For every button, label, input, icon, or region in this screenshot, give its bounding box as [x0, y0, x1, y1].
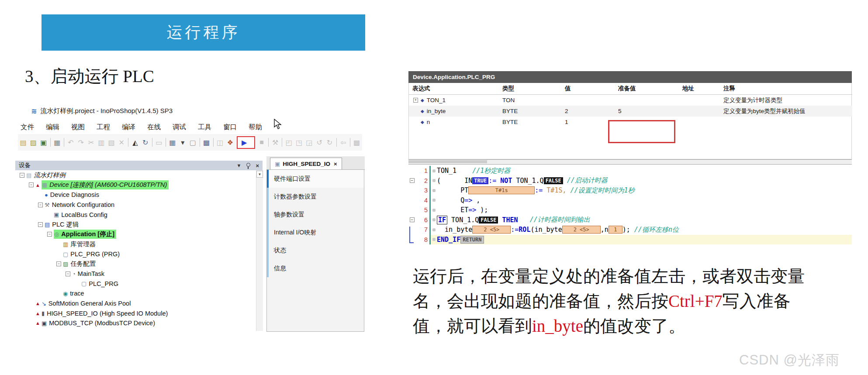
watch-horizontal-scrollbar[interactable]	[408, 159, 852, 165]
toolbar-force-values-icon[interactable]: ⚒	[272, 138, 279, 147]
toolbar-reset-cold-icon[interactable]: ↻	[326, 138, 333, 147]
toolbar-save-icon[interactable]: ▣	[40, 138, 47, 147]
tree-item[interactable]: −⚒Network Configuration	[15, 200, 256, 210]
panel-close-icon[interactable]: ×	[256, 162, 259, 169]
toolbar-open-icon[interactable]: ▨	[30, 138, 37, 147]
code-line[interactable]: 5 ET=> );	[408, 205, 852, 215]
toolbar-paste-icon[interactable]: ▧	[108, 138, 115, 147]
watch-prepared-value-cell[interactable]	[615, 117, 679, 127]
tree-item[interactable]: ▲↘SoftMotion General Axis Pool	[15, 299, 256, 309]
tree-expand-icon[interactable]: −	[38, 222, 43, 227]
toolbar-export-icon[interactable]: ▭	[156, 138, 163, 147]
toolbar-boot-application-icon[interactable]: ▩	[203, 138, 210, 147]
tree-item[interactable]: −▲▦Device [连接的] (AM600-CPU1608TP/TN)	[15, 180, 256, 190]
code-token: T#1S,	[546, 186, 566, 194]
tree-item[interactable]: ▲▣MODBUS_TCP (ModbusTCP Device)	[15, 318, 256, 328]
toolbar-replace-icon[interactable]: ↻	[142, 138, 149, 147]
panel-pin-icon[interactable]	[246, 163, 250, 167]
scrollbar-thumb[interactable]	[408, 160, 487, 163]
tree-item[interactable]: ▢PLC_PRG	[15, 279, 256, 289]
watch-expression-cell[interactable]: +◆TON_1	[409, 95, 499, 106]
settings-item[interactable]: Internal I/O映射	[267, 224, 364, 241]
toolbar-redo-icon[interactable]: ↷	[77, 138, 84, 147]
toolbar-new-icon[interactable]: ▤	[20, 138, 27, 147]
menu-item-工具[interactable]: 工具	[198, 123, 211, 132]
toolbar-cut-icon[interactable]: ✂	[87, 138, 94, 147]
scrollbar-dropdown-icon[interactable]: ▼	[256, 171, 263, 178]
code-line[interactable]: 4 Q=> ,	[408, 196, 852, 206]
watch-prepared-value-cell[interactable]	[615, 95, 679, 106]
tree-expand-icon[interactable]: −	[29, 182, 34, 187]
toolbar-copy-icon[interactable]: ▥	[98, 138, 105, 147]
watch-prepared-value-cell[interactable]: 5	[615, 106, 679, 117]
tree-item[interactable]: −▤流水灯样例	[15, 170, 256, 180]
code-line[interactable]: 8END_IFRETURN	[408, 235, 852, 245]
menu-item-编译[interactable]: 编译	[122, 123, 135, 132]
panel-dropdown-icon[interactable]: ▼	[237, 163, 242, 168]
tab-high-speed-io[interactable]: ▣ HIGH_SPEED_IO ×	[270, 158, 342, 170]
tree-expand-icon[interactable]: −	[47, 232, 52, 237]
tree-item[interactable]: −◔MainTask	[15, 269, 256, 279]
menu-item-帮助[interactable]: 帮助	[249, 123, 262, 132]
toolbar-delete-icon[interactable]: ✕	[118, 138, 125, 147]
code-line[interactable]: 7 in_byte2 <5>:=ROL(in_byte2 <5>,n1); //…	[408, 225, 852, 235]
toolbar-start-icon[interactable]: ▶	[240, 138, 249, 147]
menu-item-工程[interactable]: 工程	[97, 123, 110, 132]
settings-item[interactable]: 状态	[267, 241, 364, 259]
toolbar-print-icon[interactable]: ▦	[54, 138, 61, 147]
tree-item[interactable]: −◎Application [停止]	[15, 230, 256, 240]
code-line[interactable]: −6IF TON_1.QFALSE THEN //计时器时间到输出	[408, 215, 852, 225]
menu-item-在线[interactable]: 在线	[147, 123, 161, 132]
table-row[interactable]: +◆TON_1TON定义变量为计时器类型	[409, 95, 852, 106]
menu-item-编辑[interactable]: 编辑	[46, 123, 59, 132]
tree-item[interactable]: −▤PLC 逻辑	[15, 220, 256, 230]
settings-item[interactable]: 信息	[267, 259, 364, 277]
toolbar-online-config-icon[interactable]: ❖	[227, 138, 234, 147]
tree-item[interactable]: ▢PLC_PRG (PRG)	[15, 249, 256, 259]
table-row[interactable]: ◆in_byteBYTE25定义变量为byte类型并赋初始值	[409, 106, 852, 117]
tree-item[interactable]: ▲▮HIGH_SPEED_IO (High Speed IO Module)	[15, 308, 256, 318]
code-line[interactable]: 3 PTT#1s:= T#1S, //设置定时时间为1秒	[408, 186, 852, 196]
toolbar-login-icon[interactable]: ◫	[216, 138, 223, 147]
toolbar-step-into-icon[interactable]: ◳	[296, 138, 303, 147]
fold-collapse-icon[interactable]: −	[410, 178, 415, 183]
toolbar-io-mapping-icon[interactable]: ▩	[353, 138, 360, 147]
toolbar-step-out-icon[interactable]: ◲	[306, 138, 313, 147]
code-editor[interactable]: 1TON_1 //1秒定时器−2( INTRUE:= NOT TON_1.QFA…	[408, 166, 852, 244]
menu-item-视图[interactable]: 视图	[71, 123, 85, 132]
tree-scrollbar[interactable]: ▼	[256, 170, 263, 331]
tree-expand-icon[interactable]: −	[20, 173, 24, 178]
code-line[interactable]: −2( INTRUE:= NOT TON_1.QFALSE //启动计时器	[408, 176, 852, 186]
menu-item-窗口[interactable]: 窗口	[223, 123, 237, 132]
toolbar-clean-icon[interactable]: ▢	[189, 138, 196, 147]
watch-expression-cell[interactable]: ◆n	[409, 117, 499, 127]
toolbar-find-icon[interactable]: ◭	[131, 138, 138, 147]
table-row[interactable]: ◆nBYTE1	[409, 117, 852, 127]
tree-item[interactable]: −▨任务配置	[15, 259, 256, 269]
tree-expand-icon[interactable]: −	[56, 261, 61, 266]
toolbar-step-over-icon[interactable]: ◰	[285, 138, 292, 147]
menu-item-文件[interactable]: 文件	[21, 123, 34, 132]
menu-item-调试[interactable]: 调试	[173, 123, 186, 132]
settings-item[interactable]: 计数器参数设置	[267, 188, 364, 206]
tab-close-icon[interactable]: ×	[334, 161, 337, 167]
toolbar-stop-icon[interactable]: ■	[258, 138, 265, 146]
toolbar-build-icon[interactable]: ▦	[169, 138, 176, 147]
toolbar-reset-warm-icon[interactable]: ↺	[316, 138, 323, 147]
tree-item[interactable]: ●Device Diagnosis	[15, 190, 256, 200]
toolbar-build-dropdown-icon[interactable]: ▾	[179, 138, 186, 147]
settings-item[interactable]: 轴参数设置	[267, 206, 364, 224]
settings-item[interactable]: 硬件端口设置	[267, 170, 364, 188]
run-button-red-highlight[interactable]: ▶	[237, 136, 255, 149]
toolbar-undo-icon[interactable]: ↶	[67, 138, 74, 147]
tree-item[interactable]: ▣LocalBus Config	[15, 210, 256, 220]
tree-expand-icon[interactable]: −	[38, 203, 43, 207]
tree-expand-icon[interactable]: −	[66, 272, 70, 276]
watch-expression-cell[interactable]: ◆in_byte	[409, 106, 499, 117]
code-line[interactable]: 1TON_1 //1秒定时器	[408, 166, 852, 176]
fold-collapse-icon[interactable]: −	[410, 217, 415, 222]
toolbar-back-icon[interactable]: ⇦	[339, 138, 346, 147]
tree-item[interactable]: ▥库管理器	[15, 239, 256, 249]
row-expand-icon[interactable]: +	[413, 98, 418, 103]
tree-item[interactable]: ◉trace	[15, 289, 256, 299]
